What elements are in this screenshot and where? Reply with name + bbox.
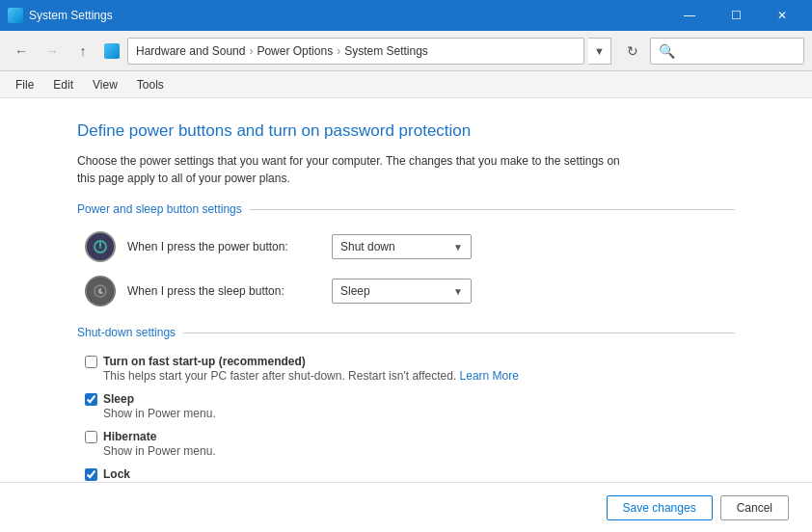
fast-startup-row: Turn on fast start-up (recommended) This… (85, 355, 735, 383)
hibernate-label[interactable]: Hibernate (103, 430, 156, 443)
section1-header: Power and sleep button settings (77, 202, 735, 216)
breadcrumb-item-1[interactable]: Hardware and Sound (136, 44, 245, 58)
page-description: Choose the power settings that you want … (77, 152, 735, 187)
minimize-button[interactable]: — (667, 0, 712, 31)
fast-startup-label[interactable]: Turn on fast start-up (recommended) (103, 355, 306, 368)
up-button[interactable]: ↑ (69, 38, 96, 65)
lock-checkbox[interactable] (85, 468, 97, 481)
breadcrumb-icon (104, 43, 120, 59)
power-button-row: When I press the power button: Shut down… (85, 231, 735, 262)
fast-startup-checkbox[interactable] (85, 356, 97, 368)
hibernate-row: Hibernate Show in Power menu. (85, 430, 735, 458)
hibernate-desc: Show in Power menu. (103, 444, 735, 458)
addressbar: ← → ↑ Hardware and Sound › Power Options… (0, 31, 812, 71)
maximize-button[interactable]: ☐ (714, 0, 758, 31)
search-box[interactable]: 🔍 (650, 38, 804, 65)
section1-line (250, 209, 735, 210)
sleep-row: Sleep Show in Power menu. (85, 392, 735, 420)
cancel-button[interactable]: Cancel (720, 495, 789, 520)
power-button-value: Shut down (340, 240, 395, 253)
sleep-button-arrow-icon: ▼ (453, 286, 463, 297)
titlebar: System Settings — ☐ ✕ (0, 0, 812, 31)
titlebar-app-icon (8, 8, 23, 23)
main-content: Define power buttons and turn on passwor… (0, 98, 812, 532)
sleep-button-dropdown[interactable]: Sleep ▼ (332, 279, 472, 304)
save-button[interactable]: Save changes (607, 495, 713, 520)
lock-label[interactable]: Lock (103, 467, 130, 481)
section2-label: Shut-down settings (77, 326, 176, 339)
footer: Save changes Cancel (0, 482, 812, 532)
sleep-checkbox[interactable] (85, 393, 97, 406)
sleep-button-value: Sleep (340, 284, 370, 298)
sleep-desc: Show in Power menu. (103, 407, 735, 420)
close-button[interactable]: ✕ (760, 0, 804, 31)
power-button-label: When I press the power button: (127, 240, 320, 253)
learn-more-link[interactable]: Learn More (460, 369, 519, 383)
back-button[interactable]: ← (8, 38, 35, 65)
sleep-button-label: When I press the sleep button: (127, 284, 320, 298)
menubar: File Edit View Tools (0, 71, 812, 98)
forward-button[interactable]: → (39, 38, 66, 65)
power-button-dropdown[interactable]: Shut down ▼ (332, 234, 472, 259)
section1-label: Power and sleep button settings (77, 202, 242, 216)
titlebar-title: System Settings (29, 9, 667, 22)
breadcrumb-item-3[interactable]: System Settings (344, 44, 428, 58)
sleep-label[interactable]: Sleep (103, 392, 134, 406)
section2-header: Shut-down settings (77, 326, 735, 339)
menu-view[interactable]: View (85, 74, 125, 95)
address-field[interactable]: Hardware and Sound › Power Options › Sys… (127, 38, 584, 65)
section2-line (183, 332, 735, 333)
power-button-arrow-icon: ▼ (453, 242, 463, 253)
sleep-button-row: When I press the sleep button: Sleep ▼ (85, 276, 735, 306)
page-title: Define power buttons and turn on passwor… (77, 121, 735, 141)
refresh-button[interactable]: ↻ (619, 38, 646, 65)
sleep-button-icon (85, 276, 116, 306)
address-dropdown-arrow[interactable]: ▼ (588, 38, 611, 65)
power-button-icon (85, 231, 116, 262)
menu-file[interactable]: File (8, 74, 41, 95)
search-icon: 🔍 (659, 43, 675, 59)
menu-edit[interactable]: Edit (45, 74, 81, 95)
menu-tools[interactable]: Tools (129, 74, 172, 95)
hibernate-checkbox[interactable] (85, 431, 97, 443)
fast-startup-desc: This helps start your PC faster after sh… (103, 369, 735, 383)
breadcrumb-item-2[interactable]: Power Options (257, 44, 333, 58)
